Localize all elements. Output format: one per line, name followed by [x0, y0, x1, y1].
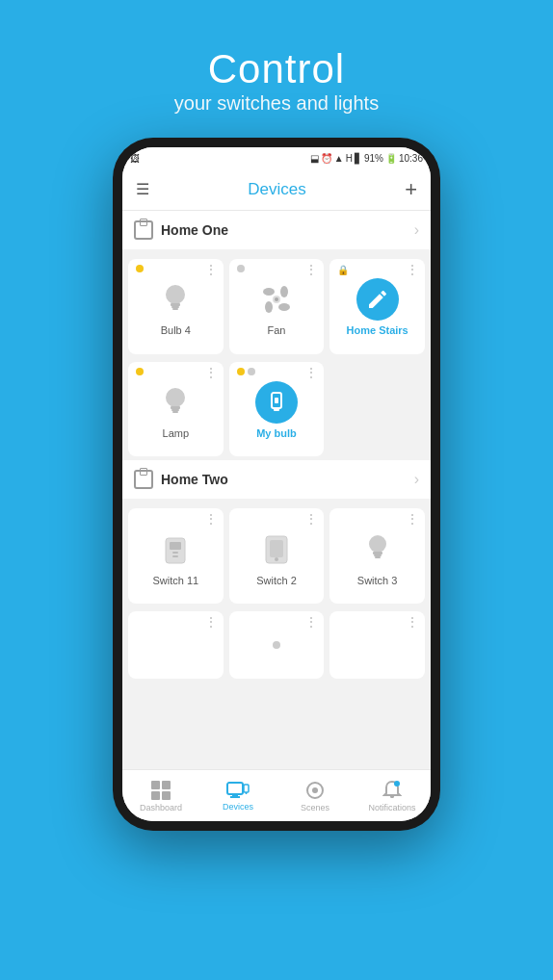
chevron-right-home-one[interactable]: › [414, 221, 419, 239]
svg-point-25 [369, 535, 386, 553]
device-card-switch3[interactable]: ⋮ Switch 3 [329, 508, 425, 604]
nav-item-notifications[interactable]: Notifications [354, 780, 431, 812]
svg-rect-30 [162, 781, 171, 789]
svg-rect-13 [171, 409, 179, 411]
svg-rect-32 [162, 791, 171, 800]
svg-rect-18 [166, 538, 185, 563]
svg-rect-34 [232, 794, 238, 796]
indicator-bulb4 [136, 265, 144, 272]
device-card-mybulb[interactable]: ⋮ My bulb [229, 362, 325, 457]
h-icon: H [346, 153, 353, 164]
menu-switch2[interactable]: ⋮ [304, 512, 318, 526]
partial-card-3[interactable]: ⋮ [329, 611, 425, 679]
menu-partial2[interactable]: ⋮ [304, 615, 318, 629]
svg-point-11 [166, 388, 185, 407]
svg-rect-17 [275, 398, 278, 403]
nav-item-devices[interactable]: Devices [199, 781, 276, 812]
svg-rect-29 [151, 781, 160, 789]
add-device-button[interactable]: + [405, 177, 417, 202]
phone-screen: 🖼 ⬓ ⏰ ▲ H ▋ 91% 🔋 10:36 ☰ Devices + [122, 147, 431, 821]
svg-rect-31 [151, 791, 160, 800]
menu-homestairs[interactable]: ⋮ [406, 263, 419, 276]
switch11-icon-wrap [154, 529, 197, 571]
svg-rect-28 [375, 556, 381, 558]
indicator-partial2 [273, 641, 280, 649]
svg-rect-20 [172, 552, 178, 554]
chevron-right-home-two[interactable]: › [414, 471, 419, 488]
section-title-home-two: Home Two [161, 472, 228, 487]
svg-point-41 [394, 781, 400, 787]
home-icon [134, 220, 153, 240]
device-card-fan[interactable]: ⋮ Fan [229, 259, 325, 354]
app-bar-title: Devices [248, 180, 305, 199]
svg-rect-35 [230, 796, 240, 798]
status-left: 🖼 [130, 153, 140, 164]
status-right: ⬓ ⏰ ▲ H ▋ 91% 🔋 10:36 [310, 153, 423, 164]
svg-rect-33 [227, 783, 243, 794]
signal-icon: ▲ [334, 153, 344, 164]
dot-yellow [237, 368, 245, 375]
menu-mybulb[interactable]: ⋮ [304, 366, 318, 379]
label-mybulb: My bulb [256, 427, 297, 439]
nav-item-dashboard[interactable]: Dashboard [122, 780, 199, 812]
device-card-homestairs[interactable]: 🔒 ⋮ Home Stairs [329, 259, 425, 354]
label-lamp: Lamp [163, 427, 190, 439]
nav-item-scenes[interactable]: Scenes [276, 780, 354, 812]
svg-point-0 [166, 285, 185, 304]
section-header-home-one: Home One › [122, 211, 431, 249]
home-one-row1: ⋮ Bulb 4 ⋮ [122, 255, 431, 358]
battery-text: 91% [364, 153, 383, 164]
bluetooth-icon: ⬓ [310, 153, 319, 164]
label-bulb4: Bulb 4 [161, 324, 191, 336]
indicator-fan [237, 265, 245, 272]
app-bar: ☰ Devices + [122, 168, 431, 211]
svg-point-7 [278, 303, 290, 311]
svg-rect-14 [172, 411, 178, 413]
svg-rect-26 [373, 552, 382, 554]
partial-card-1[interactable]: ⋮ [128, 611, 224, 679]
svg-rect-3 [172, 308, 178, 310]
svg-rect-21 [172, 555, 178, 557]
svg-rect-40 [390, 795, 394, 798]
menu-fan[interactable]: ⋮ [304, 263, 318, 276]
label-homestairs: Home Stairs [347, 324, 408, 336]
svg-rect-1 [171, 303, 180, 306]
menu-switch11[interactable]: ⋮ [204, 512, 218, 526]
svg-rect-2 [171, 306, 179, 308]
hero-title: Control [174, 46, 379, 92]
device-card-switch11[interactable]: ⋮ Switch 11 [128, 508, 224, 604]
svg-point-8 [265, 301, 273, 313]
switch2-icon-wrap [255, 529, 298, 571]
menu-partial1[interactable]: ⋮ [204, 615, 218, 629]
lamp-icon-wrap [154, 381, 197, 424]
dot-gray [248, 368, 255, 375]
device-card-bulb4[interactable]: ⋮ Bulb 4 [128, 259, 224, 354]
menu-lamp[interactable]: ⋮ [204, 366, 218, 379]
svg-point-39 [312, 787, 318, 793]
home-two-icon [134, 470, 153, 489]
indicator-homestairs: 🔒 [337, 265, 347, 274]
nav-label-devices: Devices [223, 802, 253, 812]
menu-partial3[interactable]: ⋮ [406, 615, 419, 629]
bulb4-icon-wrap [154, 278, 197, 321]
nav-label-scenes: Scenes [301, 803, 329, 812]
svg-point-5 [263, 288, 275, 296]
device-card-switch2[interactable]: ⋮ Switch 2 [229, 508, 325, 604]
clock: 10:36 [399, 153, 423, 164]
menu-bulb4[interactable]: ⋮ [204, 263, 218, 276]
label-switch2: Switch 2 [256, 575, 297, 586]
menu-button[interactable]: ☰ [136, 180, 149, 198]
scroll-content[interactable]: Home One › ⋮ [122, 211, 431, 769]
menu-switch3[interactable]: ⋮ [406, 512, 419, 526]
status-image-icon: 🖼 [130, 153, 140, 164]
svg-rect-36 [244, 785, 249, 792]
section-header-home-two: Home Two › [122, 460, 431, 499]
phone-device: 🖼 ⬓ ⏰ ▲ H ▋ 91% 🔋 10:36 ☰ Devices + [113, 138, 440, 831]
section-title-home-one: Home One [161, 222, 228, 238]
homestairs-icon-wrap [356, 278, 399, 321]
partial-card-2[interactable]: ⋮ [229, 611, 325, 679]
svg-rect-27 [374, 554, 382, 556]
signal-bars: ▋ [355, 153, 362, 164]
nav-label-notifications: Notifications [368, 803, 415, 812]
device-card-lamp[interactable]: ⋮ Lamp [128, 362, 224, 457]
